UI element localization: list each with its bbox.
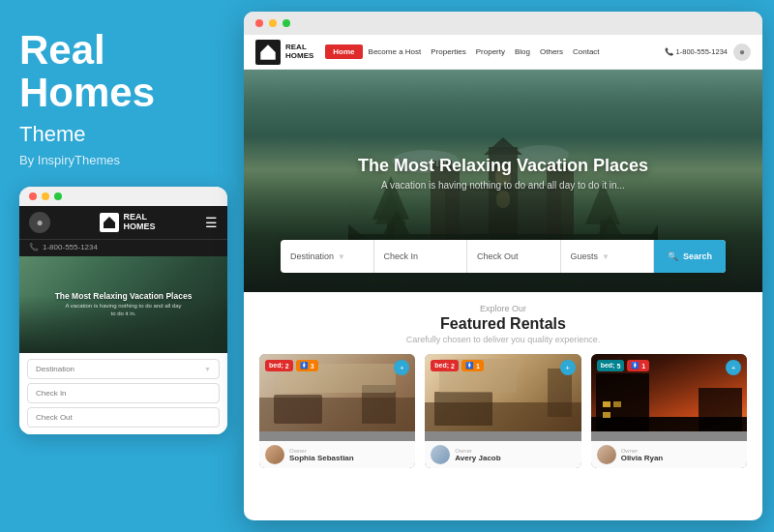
destination-text: Destination (290, 251, 334, 261)
bath-icon: 🚺 (300, 362, 309, 369)
bed-icon: bed; (269, 361, 283, 370)
heart-icon: + (565, 364, 570, 372)
desktop-dot-red (255, 19, 263, 27)
nav-contact[interactable]: Contact (573, 47, 600, 56)
card2-badges: bed; 2 🚺 1 (431, 360, 484, 371)
desktop-nav-logo: REALHOMES (255, 40, 313, 65)
mobile-checkin-field[interactable]: Check In (27, 383, 220, 403)
checkout-text: Check Out (477, 251, 519, 261)
dot-green (54, 192, 62, 200)
card3-owner: Owner Olivia Ryan (591, 441, 747, 468)
guests-text: Guests (571, 251, 599, 261)
bath-icon: 🚺 (631, 362, 640, 369)
property-card-2[interactable]: bed; 2 🚺 1 + Owner (425, 354, 580, 468)
mobile-user-icon: ● (29, 212, 50, 233)
bath-badge: 🚺 1 (627, 360, 649, 371)
property-card-3[interactable]: bed; 5 🚺 1 + Owner (591, 354, 747, 468)
svg-rect-0 (104, 222, 115, 228)
desktop-preview: REALHOMES Home Become a Host Properties … (244, 12, 762, 520)
svg-marker-3 (260, 44, 275, 52)
mobile-window-dots (19, 187, 227, 206)
owner-name: Sophia Sebastian (289, 454, 354, 462)
bed-badge: bed; 5 (597, 360, 625, 371)
checkin-text: Check In (384, 251, 419, 261)
search-icon: 🔍 (668, 251, 678, 261)
card1-owner-info: Owner Sophia Sebastian (289, 448, 354, 462)
bed-icon: bed; (601, 361, 615, 370)
search-button[interactable]: 🔍 Search (654, 240, 726, 273)
card2-owner-avatar (431, 445, 450, 464)
mobile-nav-logo: REALHOMES (100, 213, 155, 232)
checkout-field[interactable]: Check Out (467, 240, 561, 273)
svg-marker-1 (104, 217, 115, 222)
nav-phone-number: 1-800-555-1234 (676, 47, 728, 56)
hero-main-title: The Most Relaxing Vacation Places (358, 156, 648, 176)
nav-user-icon[interactable]: ● (733, 44, 751, 61)
phone-icon: 📞 (29, 243, 39, 251)
chevron-down-icon: ▼ (602, 252, 610, 261)
nav-logo-text: REALHOMES (285, 44, 313, 61)
phone-icon: 📞 (665, 47, 673, 56)
hero-sub-text: A vacation is having nothing to do and a… (358, 180, 648, 191)
mobile-destination-field[interactable]: Destination ▼ (27, 359, 220, 379)
heart-icon: + (731, 364, 736, 372)
destination-label: Destination (36, 365, 74, 373)
nav-property[interactable]: Property (476, 47, 505, 56)
card1-badges: bed; 2 🚺 3 (265, 360, 318, 371)
card1-owner: Owner Sophia Sebastian (259, 441, 415, 468)
nav-home-button[interactable]: Home (325, 44, 362, 59)
dot-yellow (42, 192, 49, 200)
checkin-field[interactable]: Check In (374, 240, 468, 273)
guests-field[interactable]: Guests ▼ (561, 240, 655, 273)
owner-name: Avery Jacob (455, 454, 500, 462)
card2-owner-info: Owner Avery Jacob (455, 448, 500, 462)
mobile-preview: ● REALHOMES ☰ 📞 1-800-555-1234 The Most … (19, 187, 227, 434)
mobile-phone-bar: 📞 1-800-555-1234 (19, 239, 227, 256)
nav-others[interactable]: Others (540, 47, 563, 56)
nav-logo-icon (255, 40, 281, 65)
desktop-nav: REALHOMES Home Become a Host Properties … (244, 35, 762, 70)
bath-badge: 🚺 1 (461, 360, 484, 371)
nav-blog[interactable]: Blog (515, 47, 530, 56)
mobile-hero-sub: A vacation is having nothing to do and a… (65, 303, 181, 318)
bed-badge: bed; 2 (265, 360, 293, 371)
desktop-dot-yellow (269, 19, 277, 27)
left-panel: Real Homes Theme By InspiryThemes ● REAL… (0, 0, 239, 532)
checkout-label: Check Out (36, 413, 73, 422)
mobile-nav: ● REALHOMES ☰ (19, 206, 227, 239)
chevron-down-icon: ▼ (338, 252, 345, 261)
theme-title: Real Homes (19, 29, 220, 114)
search-bar: Destination ▼ Check In Check Out Guests … (281, 240, 726, 273)
featured-explore-label: Explore Our (259, 304, 747, 313)
nav-properties[interactable]: Properties (431, 47, 465, 56)
featured-desc: Carefully chosen to deliver you quality … (259, 335, 747, 344)
card3-owner-info: Owner Olivia Ryan (621, 448, 664, 462)
bed-icon: bed; (434, 361, 449, 370)
owner-name: Olivia Ryan (621, 454, 664, 462)
mobile-logo-icon (100, 213, 119, 232)
checkin-label: Check In (36, 389, 67, 398)
bed-badge: bed; 2 (431, 360, 459, 371)
card2-corner-icon: + (560, 360, 576, 375)
nav-links: Become a Host Properties Property Blog O… (369, 47, 659, 56)
mobile-phone-number: 1-800-555-1234 (43, 243, 98, 251)
chevron-down-icon: ▼ (204, 366, 211, 372)
search-btn-label: Search (683, 251, 712, 261)
destination-field[interactable]: Destination ▼ (281, 240, 374, 273)
featured-title: Featured Rentals (259, 315, 747, 333)
mobile-logo-text: REALHOMES (123, 213, 155, 232)
desktop-hero: The Most Relaxing Vacation Places A vaca… (244, 70, 762, 292)
svg-rect-2 (260, 52, 275, 60)
mobile-hero-title: The Most Relaxing Vacation Places (55, 291, 193, 301)
dot-red (29, 192, 37, 200)
mobile-hamburger-icon[interactable]: ☰ (205, 216, 218, 229)
mobile-checkout-field[interactable]: Check Out (27, 407, 220, 428)
desktop-dot-green (283, 19, 290, 27)
nav-phone: 📞 1-800-555-1234 (665, 47, 728, 56)
mobile-search-form: Destination ▼ Check In Check Out (19, 353, 227, 434)
featured-section: Explore Our Featured Rentals Carefully c… (244, 292, 762, 478)
property-card-1[interactable]: bed; 2 🚺 3 + Owner (259, 354, 415, 468)
card1-owner-avatar (265, 445, 284, 464)
bath-badge: 🚺 3 (296, 360, 318, 371)
nav-become-host[interactable]: Become a Host (369, 47, 422, 56)
